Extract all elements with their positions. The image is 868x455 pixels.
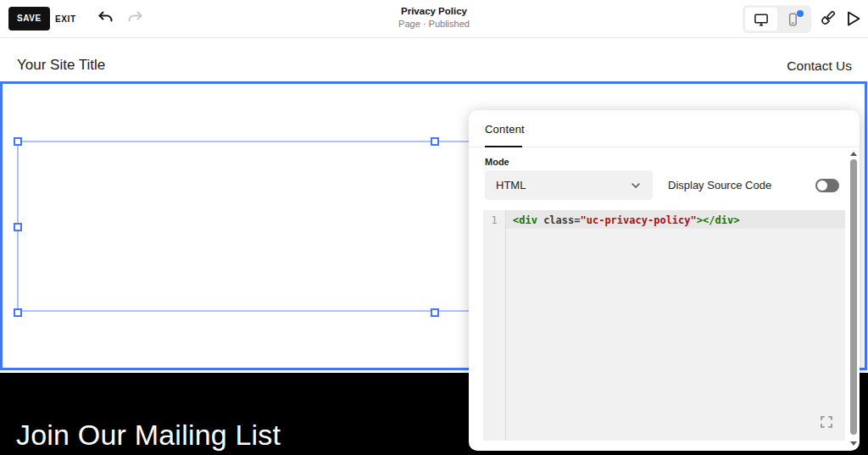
undo-icon <box>95 8 115 29</box>
tab-content[interactable]: Content <box>485 110 525 147</box>
line-number: 1 <box>483 214 505 226</box>
preview-button[interactable] <box>843 8 863 29</box>
code-open-tag: <div <box>513 214 537 226</box>
mobile-view-button[interactable] <box>777 8 810 31</box>
play-icon <box>843 8 863 29</box>
mode-dropdown-value: HTML <box>496 179 526 191</box>
page-status: Page · Published <box>398 19 470 29</box>
content-panel: Content Mode HTML Display Source Code 1 <box>469 110 860 451</box>
notification-dot <box>797 10 804 17</box>
page-title: Privacy Policy <box>398 6 470 16</box>
toggle-knob <box>817 180 827 191</box>
code-editor[interactable]: 1 <div class="uc-privacy-policy"></div> <box>483 210 845 441</box>
resize-handle-top-left[interactable] <box>14 137 22 146</box>
desktop-icon <box>753 11 770 28</box>
resize-handle-top-center[interactable] <box>431 137 439 146</box>
triangle-down-icon <box>850 441 857 446</box>
code-area[interactable]: <div class="uc-privacy-policy"></div> <box>506 210 845 441</box>
resize-handle-bottom-left[interactable] <box>14 308 22 317</box>
site-styles-button[interactable] <box>817 8 837 29</box>
redo-icon <box>125 8 146 29</box>
site-title[interactable]: Your Site Title <box>17 57 105 74</box>
line-number-gutter: 1 <box>483 210 506 441</box>
expand-editor-button[interactable] <box>819 414 834 430</box>
editor-toolbar: SAVE EXIT Privacy Policy Page · Publishe… <box>0 0 868 38</box>
triangle-up-icon <box>850 152 857 156</box>
code-attribute: class <box>537 214 574 226</box>
scrollbar-down-arrow[interactable] <box>849 438 859 448</box>
expand-fullscreen-icon <box>819 414 834 430</box>
code-equals: = <box>574 214 580 226</box>
save-button[interactable]: SAVE <box>8 7 50 31</box>
chevron-down-icon <box>630 180 642 191</box>
scrollbar-up-arrow[interactable] <box>849 148 859 158</box>
mode-dropdown[interactable]: HTML <box>485 170 653 200</box>
scrollbar-thumb[interactable] <box>850 159 857 435</box>
device-preview-toggle <box>743 5 811 33</box>
code-close-tag: ></div> <box>697 214 740 226</box>
mode-controls-row: HTML Display Source Code <box>485 170 839 200</box>
resize-handle-bottom-center[interactable] <box>431 308 439 317</box>
panel-header: Content <box>469 110 860 147</box>
code-string: "uc-privacy-policy" <box>581 214 697 226</box>
mailing-list-heading: Join Our Mailing List <box>16 419 281 452</box>
active-tab-underline <box>485 146 522 147</box>
editor-stage: Join Our Mailing List Your Site Title Co… <box>0 0 868 455</box>
exit-button[interactable]: EXIT <box>55 7 76 31</box>
panel-scrollbar[interactable] <box>849 148 859 448</box>
display-source-code-toggle[interactable] <box>815 179 839 192</box>
desktop-view-button[interactable] <box>745 8 777 31</box>
mode-label: Mode <box>485 157 509 167</box>
display-source-code-label: Display Source Code <box>668 179 771 191</box>
undo-button[interactable] <box>95 8 115 29</box>
page-header: Privacy Policy Page · Published <box>398 6 470 29</box>
code-line: <div class="uc-privacy-policy"></div> <box>506 210 845 226</box>
paintbrush-icon <box>817 8 837 29</box>
nav-link-contact-us[interactable]: Contact Us <box>787 58 852 74</box>
resize-handle-middle-left[interactable] <box>14 223 22 231</box>
redo-button-disabled[interactable] <box>125 8 146 29</box>
